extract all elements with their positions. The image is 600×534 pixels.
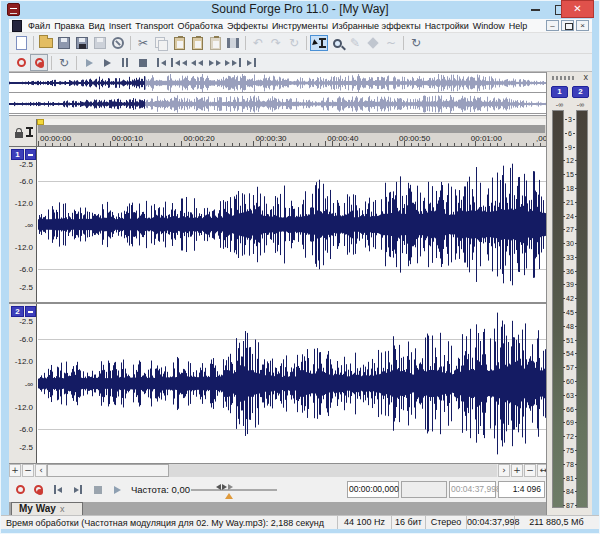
scrollbar-thumb[interactable] [47, 464, 169, 477]
envelope-tool-button[interactable]: ~ [382, 35, 400, 52]
menu-item-7[interactable]: Инструменты [270, 19, 330, 33]
tab-close-icon[interactable]: x [60, 504, 65, 514]
event-tool-button[interactable] [364, 35, 382, 52]
pause-button[interactable] [116, 54, 134, 71]
paste-button[interactable] [170, 35, 188, 52]
meter-channel-1-button[interactable]: 1 [551, 86, 568, 98]
frequency-slider-handle[interactable] [216, 484, 233, 490]
ruler-corner [9, 119, 37, 147]
record-button[interactable] [12, 482, 28, 497]
scroll-left-button[interactable]: ‹ [35, 464, 47, 477]
go-to-end-button[interactable] [242, 54, 260, 71]
go-to-start-button[interactable] [50, 482, 66, 497]
window-title: Sound Forge Pro 11.0 - [My Way] [0, 2, 600, 16]
trim-button[interactable] [224, 35, 242, 52]
play-all-button[interactable] [80, 54, 98, 71]
prev-marker-button[interactable] [170, 54, 188, 71]
rewind-button[interactable] [188, 54, 206, 71]
menu-item-8[interactable]: Избранные эффекты [330, 19, 423, 33]
edit-cursor-icon[interactable] [26, 127, 33, 137]
time-current-field[interactable]: 00:00:00,000 [347, 481, 399, 498]
overview-waveform[interactable] [9, 72, 546, 116]
new-file-button[interactable] [12, 35, 30, 52]
menu-bar: ФайлПравкаВидInsertTransportОбработкаЭфф… [9, 19, 592, 33]
record-remote-button[interactable] [30, 54, 48, 71]
minimize-button[interactable] [524, 0, 548, 18]
menu-item-11[interactable]: Help [507, 19, 530, 33]
channel-1-minimize-button[interactable] [25, 149, 36, 160]
magnify-tool-button[interactable] [328, 35, 346, 52]
menu-item-6[interactable]: Эффекты [225, 19, 270, 33]
menu-item-10[interactable]: Window [471, 19, 507, 33]
title-bar: Sound Forge Pro 11.0 - [My Way] ✕ [0, 0, 600, 19]
overview-channel-1[interactable] [9, 73, 546, 93]
channel-1-wave-area[interactable] [38, 147, 546, 302]
paste-new-button[interactable] [188, 35, 206, 52]
channel-2-wave-area[interactable] [38, 304, 546, 463]
meter-peak-2: -∞ [572, 101, 589, 108]
copy-button[interactable] [152, 35, 170, 52]
meter-channel-2-button[interactable]: 2 [572, 86, 589, 98]
meter-scale-label: 69 [563, 419, 577, 426]
open-button[interactable] [37, 35, 55, 52]
edit-tool-button[interactable] [310, 35, 328, 52]
zoom-in-time-button[interactable]: + [511, 464, 523, 477]
refresh-button[interactable]: ↻ [407, 35, 425, 52]
play-normal-button[interactable] [109, 482, 125, 497]
menu-item-2[interactable]: Вид [87, 19, 107, 33]
time-ruler[interactable]: 00:00:0000:00:1000:00:2000:00:3000:00:40… [37, 119, 546, 147]
save-all-button[interactable] [91, 35, 109, 52]
lock-icon[interactable] [15, 132, 23, 138]
menu-item-3[interactable]: Insert [107, 19, 134, 33]
channel-1: 1 -2.5-6.0-12.0-∞-12.0-6.0-2.5 [9, 147, 546, 302]
meters-close-icon[interactable]: x [584, 72, 589, 82]
channel-2-minimize-button[interactable] [25, 306, 36, 317]
zoom-in-button[interactable]: + [9, 464, 21, 477]
menu-item-0[interactable]: Файл [26, 19, 52, 33]
stop-button[interactable] [134, 54, 152, 71]
db-scale-label: -2.5 [19, 443, 33, 452]
tab-my-way[interactable]: My Wayx [11, 502, 83, 515]
zoom-out-time-button[interactable]: − [524, 464, 536, 477]
repeat-button[interactable]: ↻ [285, 35, 303, 52]
menu-item-1[interactable]: Правка [52, 19, 86, 33]
undo-button[interactable]: ↶ [249, 35, 267, 52]
channel-1-waveform[interactable] [38, 147, 546, 302]
save-button[interactable] [55, 35, 73, 52]
record-button[interactable] [12, 54, 30, 71]
go-to-start-button[interactable] [152, 54, 170, 71]
stop-button[interactable] [90, 482, 106, 497]
close-button[interactable]: ✕ [561, 0, 594, 18]
cut-button[interactable]: ✂ [134, 35, 152, 52]
time-total-field[interactable]: 00:04:37,998 [449, 481, 496, 498]
frequency-slider-track[interactable] [191, 489, 277, 491]
menu-item-9[interactable]: Настройки [423, 19, 471, 33]
channel-1-number-button[interactable]: 1 [11, 149, 24, 160]
channel-2-waveform[interactable] [38, 304, 546, 463]
mdi-close-button[interactable]: × [576, 20, 589, 31]
mdi-minimize-button[interactable]: – [546, 20, 559, 31]
redo-button[interactable]: ↷ [267, 35, 285, 52]
time-selection-field[interactable] [401, 481, 447, 498]
next-marker-button[interactable] [224, 54, 242, 71]
preferences-button[interactable] [109, 35, 127, 52]
overview-channel-2[interactable] [9, 94, 546, 114]
pencil-tool-button[interactable]: ✎ [346, 35, 364, 52]
loop-playback-button[interactable]: ↻ [55, 54, 73, 71]
forward-button[interactable] [206, 54, 224, 71]
meters-panel-header[interactable]: x [547, 72, 592, 84]
ruler-band[interactable] [38, 125, 545, 133]
paste-special-button[interactable] [206, 35, 224, 52]
zoom-ratio-field[interactable]: 1:4 096 [498, 481, 545, 498]
channel-2-number-button[interactable]: 2 [11, 306, 24, 317]
scroll-right-button[interactable]: › [498, 464, 510, 477]
menu-item-4[interactable]: Transport [133, 19, 175, 33]
menu-item-5[interactable]: Обработка [176, 19, 225, 33]
scrollbar-track[interactable] [47, 464, 497, 477]
save-as-button[interactable] [73, 35, 91, 52]
mdi-restore-button[interactable] [561, 20, 574, 31]
zoom-out-button[interactable]: − [22, 464, 34, 477]
go-to-end-button[interactable] [70, 482, 86, 497]
play-button[interactable] [98, 54, 116, 71]
record-remote-button[interactable] [30, 482, 46, 497]
